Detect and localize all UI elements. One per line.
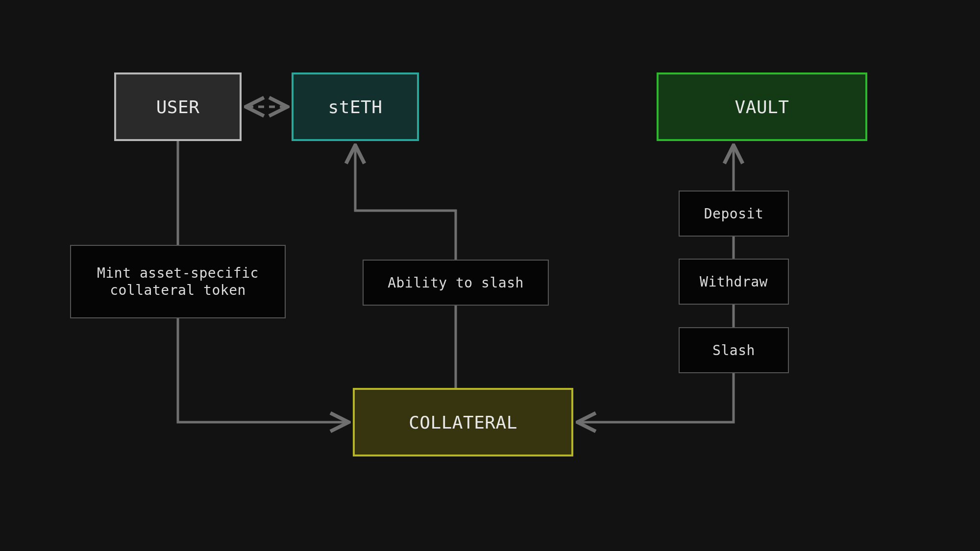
node-ability: Ability to slash [363,260,549,306]
node-slash-label: Slash [712,342,755,359]
node-user-label: USER [156,96,200,118]
node-steth: stETH [292,72,419,141]
edge-slash-collateral [579,373,734,422]
node-deposit-label: Deposit [704,205,764,222]
node-withdraw-label: Withdraw [700,273,768,290]
node-withdraw: Withdraw [679,259,789,305]
node-deposit: Deposit [679,191,789,237]
edge-mint-collateral [178,318,347,422]
node-vault-label: VAULT [735,96,789,118]
node-ability-label: Ability to slash [388,274,524,291]
node-mint: Mint asset-specific collateral token [70,245,286,318]
node-mint-label: Mint asset-specific collateral token [97,264,259,299]
edge-ability-steth [355,147,456,260]
node-collateral: COLLATERAL [353,388,573,456]
node-slash: Slash [679,327,789,373]
node-user: USER [114,72,242,141]
node-collateral-label: COLLATERAL [409,411,517,433]
node-steth-label: stETH [328,96,383,118]
node-vault: VAULT [657,72,867,141]
